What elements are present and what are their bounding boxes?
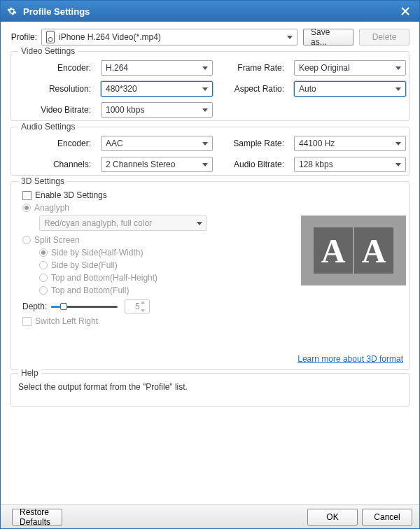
audio-encoder-label: Encoder:: [18, 139, 95, 148]
channels-label: Channels:: [18, 160, 95, 169]
resolution-select[interactable]: 480*320: [101, 81, 213, 97]
tb-half-label: Top and Bottom(Half-Height): [51, 273, 158, 283]
enable-3d-checkbox[interactable]: [22, 191, 31, 200]
audio-encoder-select[interactable]: AAC: [101, 136, 213, 151]
delete-button: Delete: [359, 29, 410, 45]
chevron-down-icon: [202, 87, 208, 91]
aspect-ratio-select[interactable]: Auto: [294, 81, 406, 97]
chevron-down-icon: [197, 222, 202, 225]
profile-select[interactable]: iPhone H.264 Video(*.mp4): [41, 29, 298, 45]
enable-3d-label: Enable 3D Settings: [35, 190, 107, 200]
restore-defaults-button[interactable]: Restore Defaults: [12, 509, 62, 526]
video-settings-group: Video Settings Encoder: H.264 Frame Rate…: [10, 51, 410, 121]
chevron-down-icon: [202, 66, 208, 70]
cancel-button[interactable]: Cancel: [362, 509, 412, 526]
chevron-down-icon: [396, 163, 401, 167]
sbs-full-radio: [39, 261, 48, 269]
window-title: Profile Settings: [23, 6, 397, 17]
titlebar: Profile Settings: [1, 1, 419, 22]
tb-half-radio: [39, 274, 48, 282]
sbs-half-radio: [39, 248, 48, 257]
audio-bitrate-select[interactable]: 128 kbps: [294, 157, 406, 172]
3d-settings-group: 3D Settings Enable 3D Settings Anaglyph …: [10, 181, 410, 370]
save-as-button[interactable]: Save as...: [303, 29, 354, 45]
ok-button[interactable]: OK: [307, 509, 358, 526]
depth-spinner: 5: [125, 299, 150, 313]
video-bitrate-label: Video Bitrate:: [18, 105, 95, 115]
split-screen-radio: [22, 236, 31, 244]
audio-bitrate-label: Audio Bitrate:: [218, 160, 288, 169]
3d-legend: 3D Settings: [18, 176, 67, 186]
anaglyph-label: Anaglyph: [34, 203, 69, 213]
tb-full-label: Top and Bottom(Full): [51, 285, 129, 295]
help-legend: Help: [18, 368, 41, 378]
preview-letter-left: A: [314, 227, 353, 274]
help-text: Select the output format from the "Profi…: [18, 382, 402, 392]
aspect-ratio-label: Aspect Ratio:: [218, 84, 288, 94]
audio-settings-group: Audio Settings Encoder: AAC Sample Rate:…: [10, 127, 410, 176]
split-screen-label: Split Screen: [34, 235, 80, 245]
resolution-label: Resolution:: [18, 84, 95, 94]
video-legend: Video Settings: [18, 46, 78, 56]
depth-label: Depth:: [22, 302, 47, 311]
close-icon[interactable]: [397, 3, 414, 20]
chevron-up-icon: [141, 301, 145, 304]
anaglyph-radio: [22, 204, 31, 212]
switch-lr-label: Switch Left Right: [35, 316, 98, 326]
chevron-down-icon: [202, 163, 208, 167]
chevron-down-icon: [202, 142, 208, 146]
chevron-down-icon: [396, 142, 401, 146]
profile-value: iPhone H.264 Video(*.mp4): [59, 32, 161, 42]
help-group: Help Select the output format from the "…: [10, 373, 410, 407]
3d-preview: AA: [301, 216, 406, 285]
profile-label: Profile:: [10, 32, 41, 42]
video-encoder-select[interactable]: H.264: [101, 60, 213, 76]
audio-legend: Audio Settings: [18, 122, 78, 132]
sbs-full-label: Side by Side(Full): [51, 260, 118, 270]
frame-rate-label: Frame Rate:: [218, 63, 288, 73]
chevron-down-icon: [202, 108, 208, 112]
phone-icon: [46, 31, 55, 43]
sbs-half-label: Side by Side(Half-Width): [51, 248, 143, 258]
chevron-down-icon: [396, 87, 401, 91]
chevron-down-icon: [396, 66, 401, 70]
sample-rate-select[interactable]: 44100 Hz: [294, 136, 406, 151]
channels-select[interactable]: 2 Channels Stereo: [101, 157, 213, 172]
gear-icon: [6, 6, 18, 17]
sample-rate-label: Sample Rate:: [218, 139, 288, 148]
chevron-down-icon: [141, 309, 145, 312]
preview-letter-right: A: [354, 227, 393, 274]
video-encoder-label: Encoder:: [18, 63, 95, 73]
video-bitrate-select[interactable]: 1000 kbps: [101, 102, 213, 118]
anaglyph-type-select: Red/cyan anaglyph, full color: [39, 216, 207, 231]
tb-full-radio: [39, 286, 48, 295]
frame-rate-select[interactable]: Keep Original: [294, 60, 406, 76]
switch-lr-checkbox: [22, 317, 31, 326]
learn-more-link[interactable]: Learn more about 3D format: [298, 354, 403, 364]
chevron-down-icon: [287, 36, 293, 39]
footer: Restore Defaults OK Cancel: [1, 505, 419, 528]
depth-slider: [51, 302, 118, 311]
